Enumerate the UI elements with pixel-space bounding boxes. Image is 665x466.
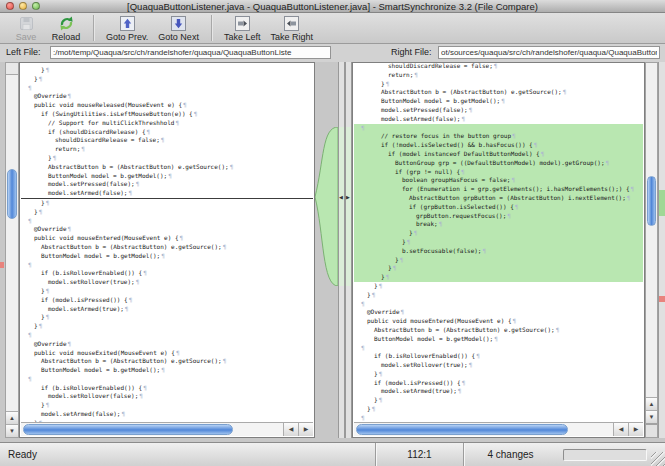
gutter-strip: [338, 62, 345, 438]
take-left-icon: [235, 15, 250, 32]
merge-to-right-button[interactable]: ▶: [345, 193, 351, 201]
scroll-left-button[interactable]: ◀: [613, 423, 628, 436]
left-code-pane[interactable]: }¶}¶¶@Override¶public void mouseReleased…: [19, 62, 315, 438]
paragraph-mark: ¶: [414, 71, 418, 78]
code-line: b.setFocusable(false);¶: [354, 247, 643, 256]
diff-connector: [315, 127, 338, 286]
code-line: ¶: [354, 344, 643, 353]
code-line: grpButton.requestFocus();¶: [354, 212, 643, 221]
reload-button[interactable]: Reload: [46, 14, 86, 43]
left-horizontal-scrollbar[interactable]: ◀ ▶: [21, 422, 313, 436]
left-file-label: Left File:: [6, 47, 41, 57]
code-line: @Override¶: [21, 92, 313, 101]
code-line: ButtonModel model = b.getModel();¶: [354, 335, 643, 344]
code-line: for (Enumeration i = grp.getElements(); …: [354, 185, 643, 194]
scroll-left-button[interactable]: ◀: [283, 423, 298, 436]
left-horizontal-scrollbar-thumb[interactable]: [23, 424, 233, 435]
paragraph-mark: ¶: [28, 84, 32, 91]
left-vertical-scrollbar[interactable]: ▲ ▼: [5, 62, 19, 438]
toolbar-separator: [211, 15, 212, 41]
merge-to-left-button[interactable]: ◀: [338, 193, 344, 201]
paragraph-mark: ¶: [482, 247, 486, 254]
paragraph-mark: ¶: [161, 366, 165, 373]
paragraph-mark: ¶: [401, 308, 405, 315]
paragraph-mark: ¶: [143, 384, 147, 391]
paragraph-mark: ¶: [46, 66, 50, 73]
paragraph-mark: ¶: [476, 352, 480, 359]
code-line: }¶: [354, 264, 643, 273]
paragraph-mark: ¶: [458, 387, 462, 394]
code-line: AbstractButton b = (AbstractButton) e.ge…: [21, 243, 313, 252]
scroll-up-button[interactable]: ▲: [646, 397, 657, 410]
paragraph-mark: ¶: [136, 278, 140, 285]
save-button[interactable]: Save: [6, 14, 46, 43]
code-line: model.setArmed(false);¶: [21, 410, 313, 419]
paragraph-mark: ¶: [469, 361, 473, 368]
scroll-down-button[interactable]: ▼: [646, 410, 657, 423]
paragraph-mark: ¶: [139, 392, 143, 399]
scroll-down-button[interactable]: ▼: [6, 424, 18, 437]
paragraph-mark: ¶: [175, 119, 179, 126]
paragraph-mark: ¶: [39, 208, 43, 215]
added-block-marker[interactable]: [659, 190, 665, 216]
paragraph-mark: ¶: [461, 168, 465, 175]
goto-prev-icon: [120, 15, 135, 32]
code-line: model.setPressed(false);¶: [354, 106, 643, 115]
code-line: if (grp != null) {¶: [354, 168, 643, 177]
take-right-button[interactable]: Take Right: [265, 14, 318, 43]
right-file-path-field[interactable]: [438, 46, 660, 59]
paragraph-mark: ¶: [631, 185, 635, 192]
code-line: ¶: [21, 331, 313, 340]
goto-next-button-label: Goto Next: [158, 32, 199, 42]
code-line: model.setArmed(false);¶: [354, 115, 643, 124]
code-line: }¶: [21, 313, 313, 322]
change-count: 4 changes: [463, 443, 557, 466]
right-vertical-scrollbar-thumb[interactable]: [647, 176, 656, 226]
paragraph-mark: ¶: [125, 305, 129, 312]
diff-gutter: ◀ ▶: [315, 62, 352, 438]
scroll-up-button[interactable]: ▲: [6, 411, 18, 424]
code-line: }¶: [354, 396, 643, 405]
paragraph-mark: ¶: [469, 106, 473, 113]
paragraph-mark: ¶: [606, 159, 610, 166]
save-button-label: Save: [16, 32, 37, 42]
left-edge-diff-marker: [0, 262, 4, 268]
diff-overview-bar[interactable]: [658, 62, 665, 438]
code-line: ¶: [21, 217, 313, 226]
paragraph-mark: ¶: [46, 313, 50, 320]
code-line: if (b.isRolloverEnabled()) {¶: [354, 352, 643, 361]
paragraph-mark: ¶: [361, 414, 365, 421]
paragraph-mark: ¶: [194, 110, 198, 117]
goto-next-button[interactable]: Goto Next: [153, 14, 204, 43]
code-line: }¶: [354, 80, 643, 89]
paragraph-mark: ¶: [39, 75, 43, 82]
code-line: }¶: [354, 291, 643, 300]
changed-block-marker[interactable]: [659, 296, 665, 302]
code-line: if (b.isRolloverEnabled()) {¶: [21, 384, 313, 393]
paragraph-mark: ¶: [129, 296, 133, 303]
left-vertical-scrollbar-thumb[interactable]: [7, 169, 17, 219]
app-window: [QuaquaButtonListener.java - QuaquaButto…: [0, 0, 665, 466]
take-left-button-label: Take Left: [224, 32, 261, 42]
code-line: }¶: [354, 370, 643, 379]
right-code-pane[interactable]: shouldDiscardRelease = false;¶return;¶}¶…: [352, 62, 645, 438]
scroll-right-button[interactable]: ▶: [628, 423, 643, 436]
code-line: model.setPressed(false);¶: [21, 180, 313, 189]
right-horizontal-scrollbar-thumb[interactable]: [356, 424, 568, 435]
paragraph-mark: ¶: [361, 124, 365, 131]
code-line: return;¶: [21, 145, 313, 154]
goto-prev-button[interactable]: Goto Prev.: [101, 14, 153, 43]
paragraph-mark: ¶: [461, 115, 465, 122]
code-line: boolean groupHasFocus = false;¶: [354, 176, 643, 185]
scrollbar-corner: [645, 424, 658, 438]
left-file-path-field[interactable]: [50, 46, 331, 59]
take-left-button[interactable]: Take Left: [219, 14, 266, 43]
paragraph-mark: ¶: [46, 287, 50, 294]
scroll-right-button[interactable]: ▶: [298, 423, 313, 436]
titlebar[interactable]: [QuaquaButtonListener.java - QuaquaButto…: [0, 0, 665, 13]
resize-grip[interactable]: [651, 452, 665, 466]
take-right-icon: [284, 15, 299, 32]
paragraph-mark: ¶: [386, 273, 390, 280]
right-horizontal-scrollbar[interactable]: ◀ ▶: [354, 422, 643, 436]
right-vertical-scrollbar[interactable]: ▲ ▼: [645, 62, 658, 424]
